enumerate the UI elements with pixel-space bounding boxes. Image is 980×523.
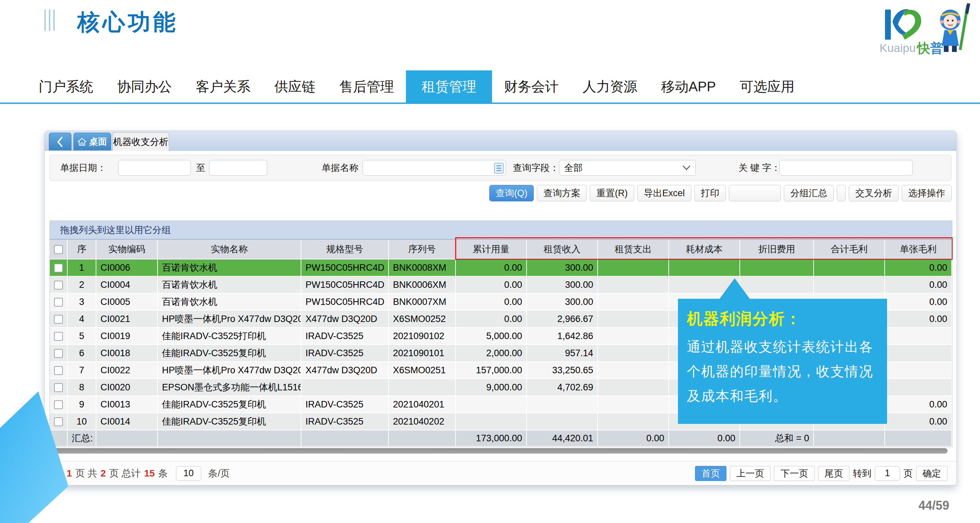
nav-item-hr[interactable]: 人力资源 [571, 70, 649, 102]
query-field-label: 查询字段： [513, 155, 559, 180]
row-checkbox[interactable] [54, 349, 63, 358]
row-checkbox[interactable] [54, 281, 63, 290]
reset-button[interactable]: 重置(R) [590, 185, 634, 201]
svg-text:Kuaipu: Kuaipu [880, 41, 916, 54]
col-expense[interactable]: 租赁支出 [598, 240, 669, 260]
row-checkbox[interactable] [54, 366, 63, 375]
corner-decoration [0, 391, 72, 523]
doc-name-input[interactable] [363, 160, 506, 176]
blank-button[interactable] [729, 185, 781, 201]
row-checkbox[interactable] [54, 315, 63, 324]
col-model[interactable]: 规格型号 [301, 240, 389, 260]
tab-desktop[interactable]: 桌面 [73, 132, 111, 150]
nav-item-crm[interactable]: 客户关系 [184, 70, 262, 102]
col-serial[interactable]: 序列号 [389, 240, 456, 260]
chevron-left-icon [57, 136, 64, 147]
nav-item-portal[interactable]: 门户系统 [27, 70, 105, 102]
row-checkbox[interactable] [54, 332, 63, 341]
date-to-input[interactable] [209, 160, 267, 176]
nav-item-after-sales[interactable]: 售后管理 [327, 70, 406, 102]
nav-item-finance[interactable]: 财务会计 [492, 70, 571, 102]
callout-body: 通过机器收支统计表统计出各个机器的印量情况，收支情况及成本和毛利。 [687, 334, 878, 408]
query-plan-button[interactable]: 查询方案 [537, 185, 587, 201]
col-total-profit[interactable]: 合计毛利 [814, 240, 885, 260]
query-button[interactable]: 查询(Q) [489, 185, 534, 201]
tab-desktop-label: 桌面 [89, 136, 107, 148]
confirm-button[interactable]: 确定 [916, 466, 948, 481]
prev-page-button[interactable]: 上一页 [730, 466, 770, 481]
col-depreciation[interactable]: 折旧费用 [740, 240, 814, 260]
group-summary-button[interactable]: 分组汇总 [784, 185, 834, 201]
tab-machine-analysis[interactable]: 机器收支分析 [113, 132, 169, 151]
total-items-number: 15 [144, 468, 155, 479]
row-checkbox[interactable] [54, 383, 63, 392]
logo-k-bar [885, 10, 891, 40]
total-pages-number: 2 [100, 468, 106, 479]
page-number: 44/59 [918, 498, 949, 513]
keyword-label: 关 键 字： [738, 155, 780, 180]
col-material-cost[interactable]: 耗材成本 [669, 240, 740, 260]
back-button[interactable] [49, 132, 72, 150]
chevron-down-icon [682, 165, 690, 171]
window-tabstrip: 桌面 机器收支分析 [45, 131, 956, 151]
blank-narrow-button[interactable] [837, 185, 846, 201]
col-code[interactable]: 实物编码 [96, 240, 158, 260]
page-size-input[interactable]: 10 [176, 466, 201, 481]
nav-item-optional-apps[interactable]: 可选应用 [728, 70, 807, 102]
toolbar: 查询(Q) 查询方案 重置(R) 导出Excel 打印 分组汇总 交叉分析 选择… [489, 185, 952, 201]
svg-text:普: 普 [930, 41, 943, 55]
col-usage[interactable]: 累计用量 [456, 240, 527, 260]
nav-item-mobile-app[interactable]: 移动APP [649, 70, 728, 102]
pagination-bar: 第 1 页 共 2 页 总计 15 条 10 条/页 首页 上一页 下一页 尾页… [45, 461, 956, 485]
date-from-input[interactable] [118, 160, 191, 176]
col-seq[interactable]: 序 [68, 240, 96, 260]
nav-item-rental-management[interactable]: 租赁管理 [406, 70, 492, 102]
select-all-checkbox-cell [50, 240, 68, 260]
page-info-mid1: 页 共 [75, 467, 97, 480]
mascot-illustration [940, 3, 969, 52]
title-decoration-lines [45, 10, 55, 31]
goto-page-input[interactable]: 1 [875, 466, 900, 481]
kuaipu-logo: Kuaipu 快 普 ® [871, 2, 973, 57]
query-field-select[interactable]: 全部 [559, 160, 696, 176]
last-page-button[interactable]: 尾页 [818, 466, 850, 481]
col-name[interactable]: 实物名称 [158, 240, 301, 260]
table-header-row: 序 实物编码 实物名称 规格型号 序列号 累计用量 租赁收入 租赁支出 耗材成本… [50, 240, 952, 260]
per-page-label: 条/页 [208, 467, 230, 480]
keyword-input[interactable] [780, 160, 913, 176]
goto-label: 转到 [853, 467, 871, 480]
row-checkbox[interactable] [54, 263, 63, 273]
nav-item-supply-chain[interactable]: 供应链 [262, 70, 327, 102]
doc-name-label: 单据名称： [321, 155, 368, 180]
page-info-suffix: 条 [158, 467, 168, 480]
col-income[interactable]: 租赁收入 [527, 240, 598, 260]
page-info-mid2: 页 总计 [109, 467, 141, 480]
table-row[interactable]: 1 CI0006 百诺肯饮水机 PW150C05HRC4D BNK0008XM … [50, 260, 952, 277]
query-field-value: 全部 [564, 162, 582, 174]
summary-row: 汇总: 173,000.00 44,420.01 0.00 0.00 总和 = … [50, 431, 952, 447]
top-navigation: 门户系统 协同办公 客户关系 供应链 售后管理 租赁管理 财务会计 人力资源 移… [0, 70, 980, 104]
table-row[interactable]: 2 CI0004 百诺肯饮水机 PW150C05HRC4D BNK0006XM … [50, 277, 952, 293]
select-all-checkbox[interactable] [54, 245, 63, 254]
horizontal-scrollbar[interactable] [49, 448, 948, 454]
page-unit-label: 页 [904, 467, 913, 480]
cross-analysis-button[interactable]: 交叉分析 [849, 185, 899, 201]
export-excel-button[interactable]: 导出Excel [637, 185, 691, 201]
filter-panel: 单据日期： 至 单据名称： 查询字段： 全部 关 键 字： [49, 155, 951, 181]
row-checkbox[interactable] [54, 298, 63, 307]
group-by-bar[interactable]: 拖拽列头到这里以用它分组 [49, 220, 952, 240]
page-title: 核心功能 [77, 7, 178, 38]
date-label: 单据日期： [60, 155, 106, 180]
select-operation-button[interactable]: 选择操作 [902, 185, 951, 201]
nav-item-collaboration[interactable]: 协同办公 [105, 70, 184, 102]
callout-bubble: 机器利润分析： 通过机器收支统计表统计出各个机器的印量情况，收支情况及成本和毛利… [678, 299, 887, 424]
next-page-button[interactable]: 下一页 [774, 466, 815, 481]
home-icon [78, 137, 86, 146]
print-button[interactable]: 打印 [694, 185, 726, 201]
date-to-label: 至 [196, 155, 205, 180]
col-unit-profit[interactable]: 单张毛利 [885, 240, 952, 260]
first-page-button[interactable]: 首页 [695, 466, 727, 481]
callout-title: 机器利润分析： [687, 308, 878, 330]
svg-text:快: 快 [916, 41, 930, 55]
list-picker-icon[interactable] [494, 163, 504, 175]
